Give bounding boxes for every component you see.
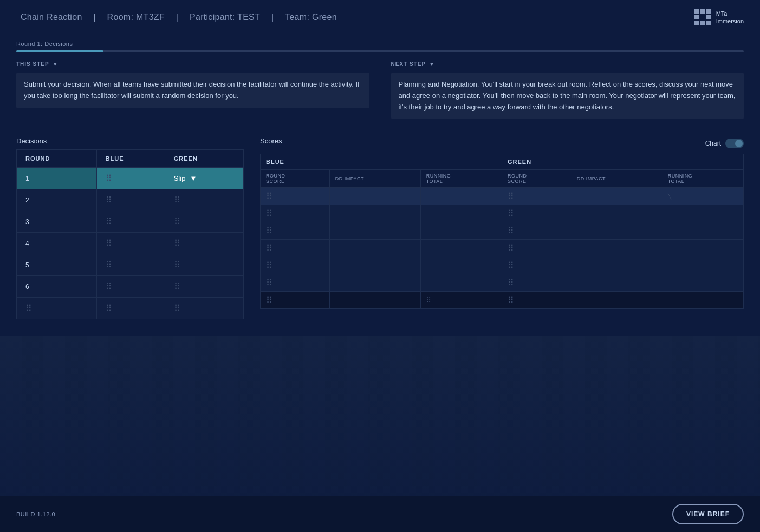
green-running-total-2 [662,205,743,222]
dropdown-arrow-icon: ▼ [190,174,197,182]
main-content: THIS STEP ▼ Submit your decision. When a… [0,52,760,336]
chart-toggle-switch[interactable] [725,139,744,148]
round-number-1: 1 [17,168,97,189]
svg-rect-5 [706,15,711,19]
svg-rect-2 [706,9,711,14]
view-brief-button[interactable]: VIEW BRIEF [672,504,744,524]
blue-round-score-7: ⠿ [261,292,330,309]
round-number-6: 6 [17,276,97,298]
green-round-score-4: ⠿ [502,240,571,257]
svg-rect-4 [700,15,705,19]
green-round-score-2: ⠿ [502,205,571,222]
green-dd-impact-6 [571,274,662,292]
blue-dd-impact-3 [329,222,420,240]
chart-label: Chart [705,140,721,147]
score-row-4: ⠿ ⠿ [261,240,744,257]
score-row-1: ⠿ ⠿ ╲ [261,188,744,205]
svg-rect-0 [694,9,699,14]
svg-rect-8 [706,21,711,25]
svg-rect-7 [700,21,705,25]
col-green-round-score: ROUNDSCORE [502,170,571,188]
green-decision-6: ⠿ [165,276,243,298]
logo-text: MTa Immersion [716,10,744,25]
blue-running-total-3 [420,222,502,240]
score-row-6: ⠿ ⠿ [261,274,744,292]
toggle-knob [735,140,743,147]
svg-rect-1 [700,9,705,14]
this-step-label: THIS STEP [16,61,49,67]
round-number-4: 4 [17,233,97,254]
this-step-section: THIS STEP ▼ Submit your decision. When a… [16,61,369,119]
col-blue-dd-impact: DD IMPACT [329,170,420,188]
blue-running-total-7: ⠿ [420,292,502,309]
green-running-total-4 [662,240,743,257]
col-green-running-total: RUNNINGTOTAL [662,170,743,188]
round-number-7: ⠿ [17,298,97,319]
next-step-section: NEXT STEP ▼ Planning and Negotiation. Yo… [391,61,744,119]
green-team-header: GREEN [502,154,743,170]
blue-dd-impact-1 [329,188,420,205]
mta-logo-icon [693,8,713,27]
scores-table: BLUE GREEN ROUNDSCORE DD IMPACT RUNNINGT… [260,154,744,309]
green-dd-impact-3 [571,222,662,240]
decisions-table: ROUND BLUE GREEN 1 ⠿ Slip ▼ [16,149,244,319]
decisions-col-green: GREEN [165,150,243,168]
green-dd-impact-1 [571,188,662,205]
chart-toggle[interactable]: Chart [705,139,744,148]
header-title-bar: Chain Reaction | Room: MT3ZF | Participa… [16,12,341,22]
green-dd-impact-7 [571,292,662,309]
decisions-container: Decisions ROUND BLUE GREEN 1 ⠿ [16,137,244,319]
lower-section: Decisions ROUND BLUE GREEN 1 ⠿ [16,137,744,319]
green-running-total-6 [662,274,743,292]
blue-running-total-1 [420,188,502,205]
blue-decision-1: ⠿ [96,168,165,189]
logo-container: MTa Immersion [693,8,744,27]
green-decision-1[interactable]: Slip ▼ [165,168,243,189]
next-step-label: NEXT STEP [391,61,426,67]
blue-round-score-6: ⠿ [261,274,330,292]
scores-title: Scores [260,137,282,145]
blue-decision-2: ⠿ [96,189,165,211]
green-running-total-7 [662,292,743,309]
green-round-score-3: ⠿ [502,222,571,240]
green-dd-impact-5 [571,257,662,274]
green-round-score-6: ⠿ [502,274,571,292]
progress-section: Round 1: Decisions [0,35,760,52]
green-running-total-1: ╲ [662,188,743,205]
blue-dd-impact-7 [329,292,420,309]
green-decision-4: ⠿ [165,233,243,254]
decisions-title: Decisions [16,137,244,145]
app-header: Chain Reaction | Room: MT3ZF | Participa… [0,0,760,35]
round-label: Round 1: Decisions [16,41,744,47]
col-blue-running-total: RUNNINGTOTAL [420,170,502,188]
green-decision-5: ⠿ [165,254,243,276]
green-running-total-5 [662,257,743,274]
round-number-2: 2 [17,189,97,211]
green-dd-impact-4 [571,240,662,257]
decisions-row-3: 3 ⠿ ⠿ [17,211,244,233]
blue-round-score-2: ⠿ [261,205,330,222]
blue-decision-4: ⠿ [96,233,165,254]
app-name: Chain Reaction [21,12,82,22]
blue-decision-5: ⠿ [96,254,165,276]
blue-dd-impact-6 [329,274,420,292]
blue-round-score-3: ⠿ [261,222,330,240]
blue-round-score-5: ⠿ [261,257,330,274]
this-step-header[interactable]: THIS STEP ▼ [16,61,369,67]
score-row-2: ⠿ ⠿ [261,205,744,222]
blue-decision-3: ⠿ [96,211,165,233]
blue-running-total-4 [420,240,502,257]
green-round-score-5: ⠿ [502,257,571,274]
room-label: Room: MT3ZF [107,12,165,22]
decisions-row-6: 6 ⠿ ⠿ [17,276,244,298]
svg-rect-6 [694,21,699,25]
scores-header: Scores Chart [260,137,744,149]
blue-dd-impact-5 [329,257,420,274]
next-step-header[interactable]: NEXT STEP ▼ [391,61,744,67]
scores-container: Scores Chart BLUE GREEN ROUNDSCORE [260,137,744,319]
round-number-5: 5 [17,254,97,276]
blue-running-total-5 [420,257,502,274]
this-step-chevron: ▼ [53,61,58,67]
next-step-text: Planning and Negotiation. You'll start i… [391,73,744,119]
blue-dd-impact-4 [329,240,420,257]
